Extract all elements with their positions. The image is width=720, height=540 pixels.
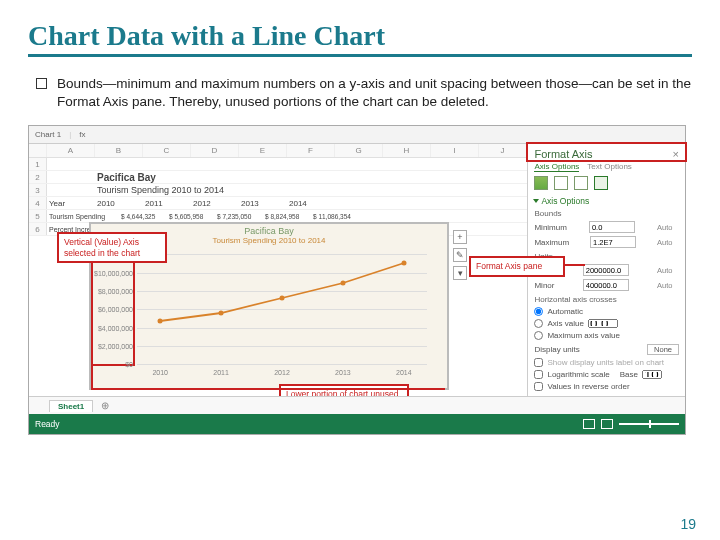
chart-styles-icon[interactable]: ✎ — [453, 248, 467, 262]
status-bar: Ready — [29, 414, 685, 434]
svg-point-4 — [402, 261, 407, 266]
pane-highlight — [526, 142, 687, 162]
section-axis-options: Axis Options — [541, 196, 589, 206]
bounds-label: Bounds — [534, 209, 679, 218]
page-number: 19 — [680, 516, 696, 532]
hcross-label: Horizontal axis crosses — [534, 295, 679, 304]
chart-elements-icon[interactable]: + — [453, 230, 467, 244]
radio-max-axis[interactable] — [534, 331, 543, 340]
add-sheet-icon[interactable]: ⊕ — [97, 400, 113, 411]
callout-format-pane: Format Axis pane — [469, 256, 565, 276]
effects-icon[interactable] — [554, 176, 568, 190]
bounds-min-input[interactable] — [589, 221, 635, 233]
radio-automatic[interactable] — [534, 307, 543, 316]
svg-point-3 — [341, 281, 346, 286]
chk-show-units[interactable] — [534, 358, 543, 367]
svg-point-2 — [280, 296, 285, 301]
log-base-input[interactable] — [642, 370, 662, 379]
radio-axis-value[interactable] — [534, 319, 543, 328]
callout-axis-selected: Vertical (Value) Axis selected in the ch… — [57, 232, 167, 262]
chevron-down-icon[interactable] — [533, 199, 539, 203]
view-layout-icon[interactable] — [601, 419, 613, 429]
worksheet-area: ABCDEFGHIJ 1 2Pacifica Bay 3Tourism Spen… — [29, 144, 527, 402]
cell-title: Pacifica Bay — [95, 171, 295, 183]
axis-icon[interactable] — [594, 176, 608, 190]
name-box[interactable]: Chart 1 — [35, 130, 61, 139]
column-headers: ABCDEFGHIJ — [29, 144, 527, 158]
excel-screenshot: Chart 1 | fx ABCDEFGHIJ 1 2Pacifica Bay … — [28, 125, 686, 435]
svg-point-1 — [219, 311, 224, 316]
plot-area: $12,000,000 $10,000,000 $8,000,000 $6,00… — [137, 254, 427, 364]
svg-point-0 — [158, 319, 163, 324]
fill-icon[interactable] — [534, 176, 548, 190]
sheet-tab-sheet1[interactable]: Sheet1 — [49, 400, 93, 412]
size-icon[interactable] — [574, 176, 588, 190]
status-ready: Ready — [35, 419, 60, 429]
bullet-item: Bounds—minimum and maximum numbers on a … — [36, 75, 692, 111]
chart-filters-icon[interactable]: ▾ — [453, 266, 467, 280]
bounds-max-input[interactable] — [590, 236, 636, 248]
display-units-select[interactable]: None — [647, 344, 679, 355]
fx-label: fx — [79, 130, 85, 139]
bullet-text: Bounds—minimum and maximum numbers on a … — [57, 75, 692, 111]
cell-subtitle: Tourism Spending 2010 to 2014 — [95, 184, 295, 196]
units-major-input[interactable] — [583, 264, 629, 276]
view-normal-icon[interactable] — [583, 419, 595, 429]
tab-text-options[interactable]: Text Options — [587, 162, 631, 172]
zoom-slider[interactable] — [619, 423, 679, 425]
slide-title: Chart Data with a Line Chart — [28, 20, 692, 57]
tab-axis-options[interactable]: Axis Options — [534, 162, 579, 172]
chk-log-scale[interactable] — [534, 370, 543, 379]
sheet-tab-bar: Sheet1 ⊕ — [29, 396, 685, 414]
axis-value-input[interactable] — [588, 319, 618, 328]
units-minor-input[interactable] — [583, 279, 629, 291]
chk-reverse[interactable] — [534, 382, 543, 391]
line-series — [137, 254, 427, 364]
bullet-square-icon — [36, 78, 47, 89]
